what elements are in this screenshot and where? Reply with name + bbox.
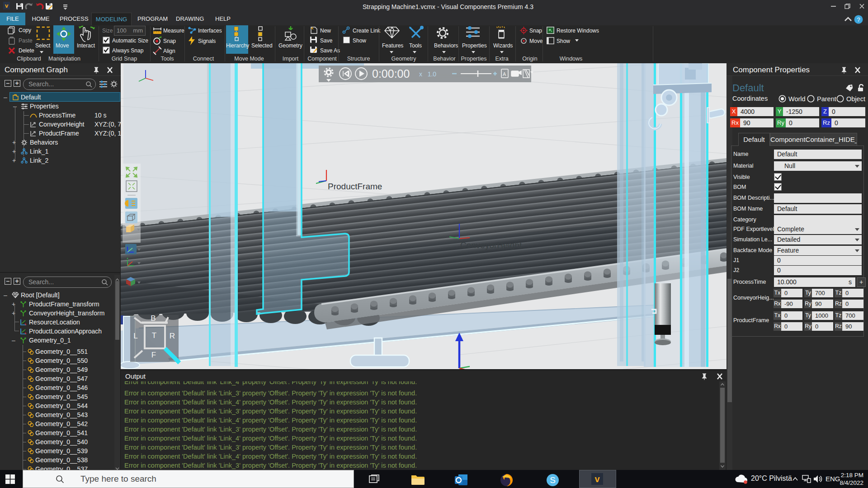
svg-text:0:00:00: 0:00:00 [372,67,410,80]
svg-text:ConveyorHeight: ConveyorHeight [460,240,522,250]
svg-text:T: T [152,331,156,340]
svg-text:ProductFrame: ProductFrame [328,182,382,191]
svg-text:F: F [151,351,156,359]
svg-text:R: R [170,332,175,340]
svg-text:S: S [550,475,556,485]
svg-text:B: B [151,314,156,323]
svg-text:L: L [133,332,137,340]
svg-text:?: ? [857,16,860,23]
svg-text:A: A [503,71,506,77]
svg-text:x 1.0: x 1.0 [419,70,436,78]
